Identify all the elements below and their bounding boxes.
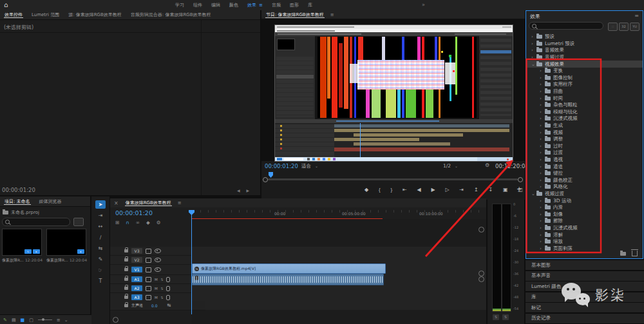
panel-tab[interactable]: 媒体浏览器 [35, 198, 66, 205]
scrollbar-handle[interactable] [518, 177, 523, 182]
track-v2-lane[interactable] [191, 255, 486, 264]
voiceover-record-icon[interactable] [166, 295, 170, 300]
go-to-out-button[interactable]: ⇥ [459, 187, 464, 193]
chevron-icon[interactable] [540, 110, 545, 115]
media-thumbnail[interactable]: ∿ ▸ [2, 229, 42, 256]
audio-track-header[interactable]: A1 M S [110, 275, 191, 284]
track-target-button[interactable]: V3 [131, 248, 142, 254]
video-track-header[interactable]: V3 [110, 247, 191, 256]
workspace-tab[interactable]: 音频 [272, 2, 281, 8]
fx-badge-icon[interactable]: fx [194, 267, 199, 271]
automate-to-sequence-button[interactable]: ⌄ [64, 318, 68, 323]
chevron-icon[interactable] [531, 191, 536, 196]
track-v3-lane[interactable] [191, 247, 486, 256]
track-target-button[interactable]: V1 [131, 267, 142, 272]
chevron-icon[interactable] [540, 89, 545, 94]
mute-button[interactable]: M [155, 296, 158, 300]
program-monitor-video-area[interactable] [261, 19, 525, 161]
program-monitor-tab[interactable]: 节目: 像素故障RGB效果教程 [261, 12, 328, 18]
monitor-settings-icon[interactable]: ⚙ [485, 162, 489, 168]
workspace-tab[interactable]: 编辑 [211, 2, 220, 8]
effects-tree-item[interactable]: 视频过渡 [526, 191, 643, 198]
project-file-row[interactable]: 未命名.prproj [3, 209, 39, 216]
track-target-button[interactable]: A3 [131, 294, 142, 300]
chevron-icon[interactable] [531, 34, 536, 39]
track-output-icon[interactable] [155, 249, 161, 253]
workspace-tab[interactable]: 学习 [175, 2, 184, 8]
track-target-button[interactable]: V2 [131, 257, 142, 263]
lock-icon[interactable] [124, 249, 128, 253]
effects-tree-item[interactable]: 内滑 [526, 204, 643, 211]
razor-tool[interactable]: ∕ [95, 233, 106, 242]
icon-view-button[interactable]: ■ [21, 318, 25, 323]
yuv-effects-badge-icon[interactable]: YU [630, 23, 639, 31]
timeline-timecode[interactable]: 00:00:01:20 [115, 209, 153, 216]
button-editor-button[interactable]: + [516, 186, 522, 193]
chevron-icon[interactable] [540, 96, 545, 101]
scrollbar-handle[interactable] [478, 227, 484, 233]
chevron-icon[interactable] [540, 205, 545, 210]
workspace-tab[interactable]: 效果 [247, 2, 263, 8]
collapsed-panel-tab[interactable]: 基本声音 [526, 271, 644, 281]
chevron-icon[interactable] [540, 150, 545, 155]
effects-tree-item[interactable]: 视频效果 [526, 61, 643, 68]
effects-tree-item[interactable]: 音频过渡 [526, 54, 643, 61]
insert-overwrite-nest-icon[interactable]: ⊞ [115, 220, 119, 225]
project-search-input[interactable] [2, 218, 70, 226]
panel-menu-icon[interactable]: ≡ [330, 12, 334, 17]
chevron-icon[interactable] [540, 184, 545, 189]
effects-tree-item[interactable]: 预设 [526, 33, 643, 41]
sync-lock-icon[interactable] [146, 258, 151, 263]
effects-tree-item[interactable]: 过渡 [526, 149, 643, 157]
snap-icon[interactable]: ∩ [126, 220, 129, 225]
playhead-line[interactable] [191, 210, 192, 314]
meter-solo-button[interactable]: S [493, 314, 499, 320]
hand-tool[interactable]: ☞ [95, 266, 106, 274]
fit-timeline-icon[interactable]: ↹ [167, 303, 171, 308]
project-writable-icon[interactable]: ✎ [3, 318, 7, 323]
effects-tree-item[interactable]: 过时 [526, 143, 643, 150]
timeline-settings-icon[interactable]: ⚙ [156, 220, 161, 225]
effects-tree-item[interactable]: 通道 [526, 163, 643, 170]
effects-tree-item[interactable]: Lumetri 预设 [526, 41, 643, 48]
panel-tab[interactable]: 源: 像素故障RGB效果教程 [64, 12, 126, 18]
playback-resolution-dropdown[interactable]: 1/2 [443, 163, 458, 169]
program-monitor-scrubber[interactable] [261, 171, 525, 182]
chevron-icon[interactable] [540, 239, 545, 244]
effects-tree-item[interactable]: 模糊与锐化 [526, 109, 643, 116]
play-button[interactable]: ▶ [431, 187, 435, 193]
effects-tree-item[interactable]: 扭曲 [526, 88, 643, 95]
accelerated-effects-badge-icon[interactable]: ∷ [608, 23, 618, 31]
chevron-icon[interactable] [540, 157, 545, 162]
thumbnail-zoom-slider[interactable] [38, 319, 52, 320]
sequence-tab[interactable]: 像素故障RGB效果教程 [121, 200, 176, 206]
audio-clip[interactable] [192, 274, 384, 285]
chevron-icon[interactable] [531, 41, 536, 46]
new-custom-bin-button[interactable] [620, 252, 626, 256]
chevron-icon[interactable] [540, 75, 545, 81]
sync-lock-icon[interactable] [146, 295, 151, 300]
chevron-icon[interactable] [531, 48, 536, 53]
panel-menu-icon[interactable]: ≡ [634, 13, 639, 19]
collapsed-panel-tab[interactable]: Lumetri 颜色 [526, 281, 644, 291]
lock-icon[interactable] [124, 287, 128, 290]
workspace-tab[interactable]: 库 [308, 2, 312, 8]
collapsed-panel-tab[interactable]: 历史记录 [526, 314, 644, 323]
track-target-button[interactable]: A2 [131, 285, 142, 291]
mute-button[interactable]: M [155, 278, 158, 281]
effects-tree-item[interactable]: 风格化 [526, 184, 643, 191]
panel-tab[interactable]: 音频剪辑混合器: 像素故障RGB效果教程 [126, 12, 216, 18]
sort-icons-button[interactable]: ≡ [57, 318, 61, 323]
lift-button[interactable]: ↥ [474, 187, 478, 193]
collapsed-panel-tab[interactable]: 基本图形 [526, 260, 644, 270]
scrollbar-handle[interactable] [478, 276, 484, 282]
chevron-icon[interactable] [531, 62, 536, 67]
sync-lock-icon[interactable] [146, 267, 151, 272]
chevron-icon[interactable] [540, 102, 545, 108]
effects-tree-item[interactable]: 实用程序 [526, 81, 643, 88]
solo-button[interactable]: S [161, 278, 164, 281]
linked-selection-icon[interactable]: ∞ [136, 220, 140, 225]
step-back-button[interactable]: ◀ [417, 187, 421, 193]
effects-tree-item[interactable]: 划像 [526, 211, 643, 218]
video-track-header[interactable]: V2 [110, 256, 191, 265]
